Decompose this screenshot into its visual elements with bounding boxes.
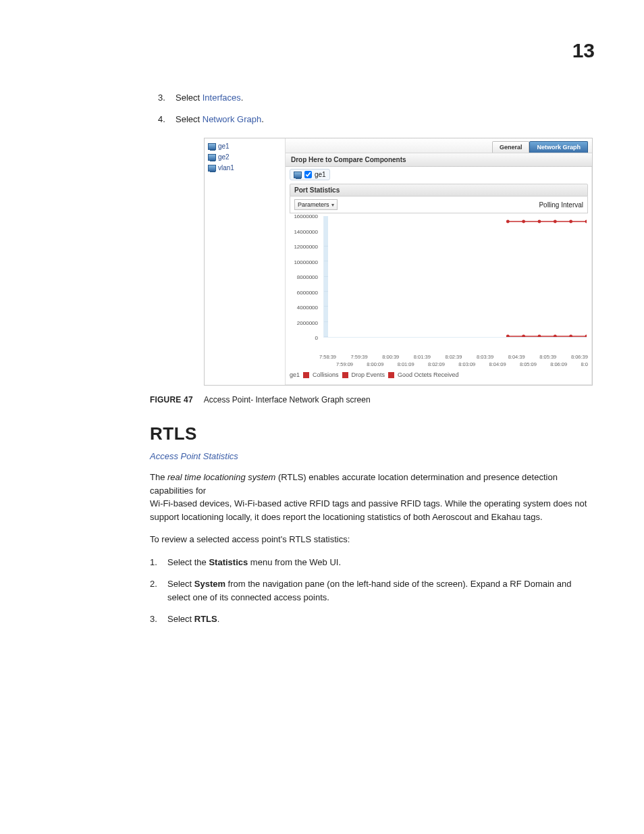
section-heading-rtls: RTLS <box>150 423 595 444</box>
y-tick: 6000000 <box>297 289 318 295</box>
y-tick: 10000000 <box>294 259 318 265</box>
step-text: . <box>217 614 220 624</box>
step-number: 4. <box>158 113 165 126</box>
step-text: Select <box>167 579 194 589</box>
rtls-step-3: 3. Select RTLS. <box>150 613 595 626</box>
selected-interface-row: ge1 <box>286 167 592 182</box>
page-content: 3. Select Interfaces. 4. Select Network … <box>150 91 595 634</box>
step-number: 3. <box>150 613 157 626</box>
network-graph-link[interactable]: Network Graph <box>203 114 261 124</box>
rtls-term: real time locationing system <box>167 472 275 482</box>
interfaces-link[interactable]: Interfaces <box>203 93 241 103</box>
step-number: 3. <box>158 91 165 105</box>
step-suffix: . <box>241 93 244 103</box>
rtls-intro-paragraph: The real time locationing system (RTLS) … <box>150 471 595 523</box>
page-number: 13 <box>572 39 595 62</box>
tab-network-graph[interactable]: Network Graph <box>529 141 588 153</box>
tabs-row: General Network Graph <box>286 138 592 153</box>
x-tick: 8:06:09 <box>550 361 567 367</box>
y-tick: 12000000 <box>294 244 318 250</box>
screenshot-panel: ge1 ge2 vlan1 General Network Graph Drop… <box>204 138 593 386</box>
chart-svg <box>324 216 587 337</box>
step-number: 2. <box>150 577 157 591</box>
step-suffix: . <box>261 114 264 124</box>
tree-label: vlan1 <box>218 164 234 172</box>
y-axis-labels: 16000000 14000000 12000000 10000000 8000… <box>290 216 319 338</box>
step-text: Select <box>176 93 203 103</box>
svg-point-5 <box>585 219 587 223</box>
step-number: 1. <box>150 556 157 569</box>
tree-item-vlan1[interactable]: vlan1 <box>208 164 281 172</box>
figure-number: FIGURE 47 <box>150 395 193 405</box>
x-tick: 8:01:39 <box>414 354 431 360</box>
legend-label: Drop Events <box>352 371 385 378</box>
y-tick: 0 <box>315 335 318 341</box>
y-tick: 2000000 <box>297 319 318 325</box>
rtls-item: RTLS <box>194 614 217 624</box>
breadcrumb-link[interactable]: Access Point Statistics <box>150 451 595 461</box>
step-text: Select <box>176 114 203 124</box>
interface-icon <box>208 165 216 172</box>
tab-general[interactable]: General <box>492 141 530 153</box>
port-statistics-header: Port Statistics <box>290 184 588 197</box>
svg-point-0 <box>506 219 510 223</box>
y-tick: 16000000 <box>294 213 318 219</box>
step-text: Select the <box>167 557 209 567</box>
rtls-instruction-lead: To review a selected access point's RTLS… <box>150 533 595 546</box>
legend-label: Collisions <box>313 371 339 378</box>
chart-legend: ge1 Collisions Drop Events Good Octets R… <box>290 371 588 378</box>
selected-interface-label: ge1 <box>315 171 326 178</box>
drop-zone-bar[interactable]: Drop Here to Compare Components <box>286 153 592 167</box>
svg-point-8 <box>538 335 541 337</box>
rtls-step-1: 1. Select the Statistics menu from the W… <box>150 556 595 569</box>
system-item: System <box>194 579 225 589</box>
legend-series-ref: ge1 <box>290 371 300 378</box>
x-tick: 7:58:39 <box>319 354 336 360</box>
x-tick: 8:04:39 <box>508 354 525 360</box>
y-tick: 8000000 <box>297 274 318 280</box>
step-text: Select <box>167 614 194 624</box>
legend-swatch <box>342 372 348 378</box>
x-axis-row1: 7:58:39 7:59:39 8:00:39 8:01:39 8:02:39 … <box>319 354 588 360</box>
interface-icon <box>208 154 216 161</box>
figure-caption: FIGURE 47 Access Point- Interface Networ… <box>150 395 595 405</box>
text: The <box>150 472 167 482</box>
screenshot-main: General Network Graph Drop Here to Compa… <box>286 138 592 378</box>
tree-label: ge1 <box>218 142 230 150</box>
plot-area <box>323 216 587 338</box>
x-tick: 8:02:09 <box>428 361 445 367</box>
tree-item-ge2[interactable]: ge2 <box>208 153 281 161</box>
x-tick: 8:00:39 <box>382 354 399 360</box>
interface-tree-sidebar: ge1 ge2 vlan1 <box>205 138 286 385</box>
step-4: 4. Select Network Graph. <box>150 113 595 126</box>
y-tick: 4000000 <box>297 305 318 311</box>
figure-caption-text: Access Point- Interface Network Graph sc… <box>204 395 371 405</box>
legend-label: Good Octets Received <box>398 371 459 378</box>
x-tick: 8:03:39 <box>477 354 493 360</box>
selected-interface-checkbox[interactable] <box>304 171 312 178</box>
svg-point-10 <box>569 335 572 337</box>
x-tick: 8:02:39 <box>445 354 462 360</box>
step-text: from the navigation pane (on the left-ha… <box>167 579 571 602</box>
interface-icon <box>208 143 216 150</box>
x-tick: 8:01:09 <box>398 361 414 367</box>
y-tick: 14000000 <box>294 228 318 234</box>
svg-point-7 <box>522 335 525 337</box>
x-axis-row2: 7:59:09 8:00:09 8:01:09 8:02:09 8:03:09 … <box>336 361 588 367</box>
x-tick: 8:04:09 <box>489 361 506 367</box>
parameters-dropdown[interactable]: Parameters <box>294 199 338 210</box>
x-tick: 8:05:39 <box>539 354 556 360</box>
tree-item-ge1[interactable]: ge1 <box>208 142 281 150</box>
x-tick: 8:03:09 <box>458 361 475 367</box>
selected-interface-chip[interactable]: ge1 <box>290 169 330 180</box>
svg-point-9 <box>554 335 557 337</box>
x-tick: 8:0 <box>581 361 588 367</box>
step-3: 3. Select Interfaces. <box>150 91 595 105</box>
svg-point-6 <box>506 335 510 337</box>
svg-point-2 <box>538 219 541 223</box>
text: Wi-Fi-based devices, Wi-Fi-based active … <box>150 498 587 522</box>
x-tick: 8:00:09 <box>367 361 383 367</box>
x-tick: 7:59:39 <box>351 354 368 360</box>
rtls-step-2: 2. Select System from the navigation pan… <box>150 577 595 604</box>
rtls-steps-list: 1. Select the Statistics menu from the W… <box>150 556 595 627</box>
